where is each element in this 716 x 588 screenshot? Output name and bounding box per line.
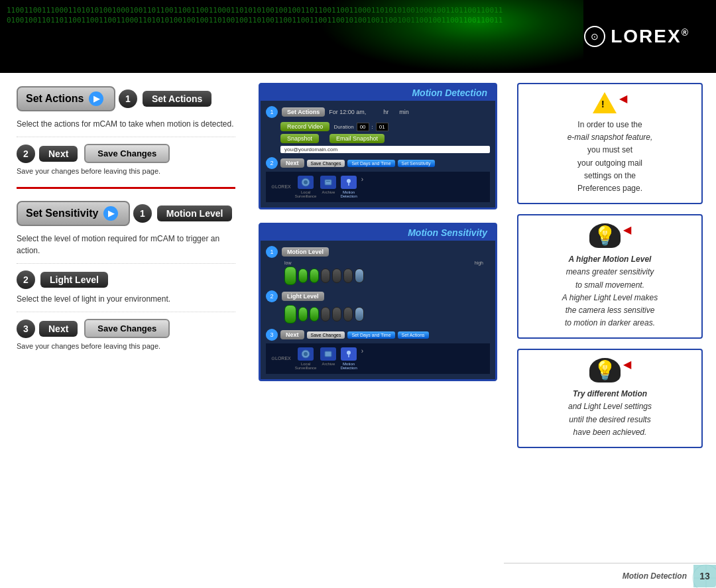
main-content: Set Actions ▶ 1 Set Actions Select the a…: [0, 73, 716, 588]
svg-rect-8: [325, 351, 331, 357]
bulb2-icon: 💡: [589, 358, 621, 382]
ms-step3-num: 3: [266, 329, 278, 341]
save-note-1: Save your changes before leaving this pa…: [17, 167, 235, 175]
ms-light-dot-5: [332, 307, 341, 322]
md-lorex-logo-small: ⊙LOREX: [271, 184, 291, 190]
motion-sensitivity-inner: 1 Motion Level low high: [261, 241, 495, 379]
step3-next-label: Next: [39, 321, 78, 337]
ms-dot-3: [310, 268, 319, 283]
svg-rect-2: [325, 180, 331, 185]
md-snapshot-btn[interactable]: Snapshot: [280, 134, 319, 143]
left-column: Set Actions ▶ 1 Set Actions Select the a…: [0, 73, 252, 588]
ms-dot-6: [343, 268, 353, 283]
light-level-number: 2: [17, 270, 35, 289]
md-nav-motion: MotionDetection: [340, 176, 357, 198]
ms-light-level-label: Light Level: [282, 292, 324, 301]
md-nav-surveillance: LocalSurveillance: [295, 176, 317, 198]
ms-light-dot-1: [284, 305, 296, 323]
step3-next-badge: 3 Next: [17, 320, 78, 338]
md-footer-nav: LocalSurveillance Archive: [295, 176, 363, 198]
ms-archive-label: Archive: [322, 362, 335, 366]
md-record-btn[interactable]: Record Video: [280, 122, 329, 131]
md-nav-archive: Archive: [320, 176, 336, 198]
md-set-actions-pill: Set Actions: [282, 107, 325, 117]
md-record-row: Record Video Duration 00 : 01: [280, 122, 490, 131]
ms-set-days-btn[interactable]: Set Days and Time: [347, 331, 394, 339]
warning-triangle: !: [593, 92, 617, 113]
md-footer: ⊙LOREX LocalSurveillance Arc: [266, 172, 490, 202]
light-level-label: Light Level: [40, 272, 108, 288]
motion-detection-inner: 1 Set Actions For 12:00 am, hr min Recor…: [261, 101, 495, 207]
step2-next-label: Next: [39, 146, 78, 162]
header-glow: [318, 0, 583, 73]
header: 1100110011100011010101001000100110110011…: [0, 0, 716, 73]
info-box-1-text: In order to use the e-mail snapshot feat…: [528, 119, 692, 195]
info-box-warning: ! ◀ In order to use the e-mail snapshot …: [517, 83, 703, 204]
ms-step2-num: 2: [266, 290, 278, 302]
ms-set-actions-btn[interactable]: Set Actions: [398, 331, 429, 339]
md-nav-arrow: ›: [361, 176, 363, 198]
next-row-1: 2 Next Save Changes: [17, 144, 235, 163]
svg-point-7: [304, 352, 308, 356]
svg-point-11: [693, 565, 716, 588]
motion-level-badge: 1 Motion Level: [133, 204, 233, 223]
bulb2-red-arrow: ◀: [623, 359, 631, 370]
lorex-logo: ⊙ LOREX®: [584, 26, 689, 47]
md-set-days-btn[interactable]: Set Days and Time: [347, 160, 394, 167]
ms-footer: ⊙LOREX LocalSurveillance Arc: [266, 343, 490, 374]
md-hr-box: 00: [357, 123, 369, 131]
warning-red-arrow: ◀: [619, 93, 627, 104]
ms-motion-label: MotionDetection: [340, 362, 357, 370]
save-changes-button-2[interactable]: Save Changes: [84, 319, 170, 338]
ms-motion-level-label: Motion Level: [282, 247, 329, 257]
section-divider: [17, 187, 235, 189]
save-changes-button-1[interactable]: Save Changes: [84, 144, 170, 163]
ms-light-dots: [284, 305, 490, 323]
motion-level-number: 1: [133, 204, 152, 223]
md-snapshot-row: Snapshot Email Snapshot: [280, 134, 490, 143]
info-box-2-text: A higher Motion Level means greater sens…: [528, 253, 692, 329]
next-row-2: 3 Next Save Changes: [17, 319, 235, 338]
motion-level-label: Motion Level: [157, 206, 233, 221]
motion-detection-title: Motion Detection: [261, 85, 495, 101]
md-colon: :: [372, 124, 373, 130]
ms-step1-num: 1: [266, 246, 278, 258]
bulb1-red-arrow: ◀: [623, 225, 631, 235]
md-set-sens-btn[interactable]: Set Sensitivity: [398, 160, 435, 167]
md-duration: Duration 00 : 01: [333, 123, 388, 131]
md-email-input: you@yourdomain.com: [280, 146, 490, 153]
md-email-btn[interactable]: Email Snapshot: [329, 134, 385, 143]
md-bottom-row: 2 Next Save Changes Set Days and Time Se…: [266, 157, 490, 169]
md-archive-label: Archive: [322, 190, 335, 194]
set-sensitivity-pill[interactable]: Set Sensitivity ▶: [17, 201, 130, 226]
step2-next-badge: 2 Next: [17, 145, 78, 163]
ms-dot-1: [284, 266, 296, 285]
motion-level-desc: Select the level of motion required for …: [17, 233, 235, 264]
md-step1-row: 1 Set Actions For 12:00 am, hr min: [266, 106, 490, 118]
ms-light-dot-3: [310, 307, 319, 322]
md-step2-num: 2: [266, 157, 278, 169]
md-save-btn[interactable]: Save Changes: [307, 160, 345, 167]
ms-bottom-row: 3 Next Save Changes Set Days and Time Se…: [266, 329, 490, 341]
ms-dot-4: [321, 268, 330, 283]
info-box-bulb1: 💡 ◀ A higher Motion Level means greater …: [517, 214, 703, 339]
ms-save-btn[interactable]: Save Changes: [307, 331, 345, 339]
ms-light-dot-7: [355, 307, 364, 322]
warning-icon-container: !: [593, 92, 617, 113]
middle-column: Motion Detection 1 Set Actions For 12:00…: [252, 73, 504, 588]
set-sensitivity-arrow-icon: ▶: [103, 206, 118, 221]
md-hr-label: hr: [383, 109, 388, 115]
warning-exclamation: !: [601, 99, 605, 109]
light-level-desc: Select the level of light in your enviro…: [17, 293, 235, 312]
motion-detection-screenshot: Motion Detection 1 Set Actions For 12:00…: [259, 83, 497, 209]
svg-point-4: [347, 179, 351, 183]
set-sensitivity-label: Set Sensitivity: [26, 207, 98, 219]
md-min-box: 01: [376, 123, 388, 131]
ms-dot-7: [355, 268, 364, 283]
info-box-3-text: Try different Motion and Light Level set…: [528, 388, 692, 439]
set-actions-pill[interactable]: Set Actions ▶: [17, 86, 115, 111]
ms-dot-2: [298, 268, 308, 283]
lorex-brand: LOREX®: [611, 26, 689, 47]
right-column: ! ◀ In order to use the e-mail snapshot …: [504, 73, 716, 588]
ms-archive-icon: [320, 347, 336, 361]
